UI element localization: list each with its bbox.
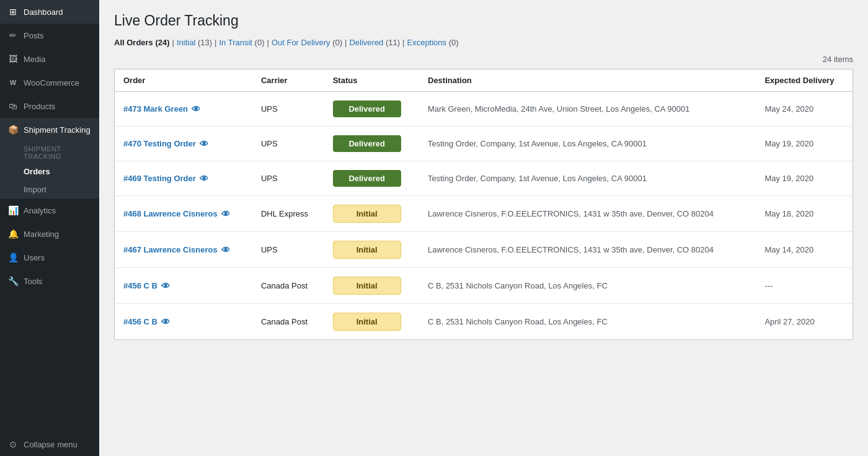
- order-id: #456 C B: [123, 317, 157, 326]
- table-row: #473 Mark Green 👁 UPS Delivered Mark Gre…: [115, 92, 852, 127]
- destination-cell: Testing Order, Company, 1st Avenue, Los …: [419, 161, 756, 196]
- carrier-cell: Canada Post: [252, 304, 324, 340]
- filter-initial-count: (13): [198, 38, 212, 47]
- sep-3: |: [267, 38, 268, 47]
- eye-icon[interactable]: 👁: [221, 209, 230, 219]
- order-id: #456 C B: [123, 281, 157, 290]
- shipment-tracking-icon: 📦: [7, 124, 19, 135]
- status-badge: Delivered: [333, 170, 401, 187]
- filter-in-transit-count: (0): [255, 38, 265, 47]
- destination-cell: Lawrence Cisneros, F.O.EELECTRONICS, 143…: [419, 232, 756, 268]
- filter-initial-link[interactable]: Initial: [177, 38, 195, 47]
- order-link[interactable]: #456 C B 👁: [123, 281, 244, 291]
- page-title: Live Order Tracking: [114, 12, 853, 29]
- sidebar-item-label: Products: [24, 102, 55, 111]
- sep-5: |: [402, 38, 404, 47]
- sidebar-item-users[interactable]: 👤 Users: [0, 246, 99, 269]
- order-cell: #469 Testing Order 👁: [115, 161, 252, 196]
- items-count: 24 items: [114, 55, 853, 64]
- sidebar-item-products[interactable]: 🛍 Products: [0, 94, 99, 118]
- filter-initial[interactable]: Initial (13): [177, 38, 212, 47]
- expected-delivery-cell: May 19, 2020: [756, 161, 852, 196]
- sidebar-item-shipment-tracking[interactable]: 📦 Shipment Tracking: [0, 118, 99, 141]
- order-cell: #456 C B 👁: [115, 268, 252, 304]
- filter-delivered-count: (11): [386, 38, 400, 47]
- order-id: #467 Lawrence Cisneros: [123, 245, 218, 254]
- eye-icon[interactable]: 👁: [200, 174, 208, 184]
- col-carrier: Carrier: [252, 69, 324, 92]
- order-link[interactable]: #456 C B 👁: [123, 317, 244, 327]
- table-row: #456 C B 👁 Canada Post Initial C B, 2531…: [115, 268, 852, 304]
- sidebar-item-media[interactable]: 🖼 Media: [0, 47, 99, 71]
- status-cell: Delivered: [324, 161, 419, 196]
- eye-icon[interactable]: 👁: [200, 139, 208, 149]
- filter-in-transit[interactable]: In Transit (0): [219, 38, 265, 47]
- order-link[interactable]: #470 Testing Order 👁: [123, 139, 244, 149]
- table-row: #468 Lawrence Cisneros 👁 DHL Express Ini…: [115, 196, 852, 232]
- filter-exceptions[interactable]: Exceptions (0): [407, 38, 458, 47]
- status-cell: Delivered: [324, 92, 419, 127]
- shipment-tracking-submenu: Shipment Tracking Orders Import: [0, 141, 99, 199]
- col-destination: Destination: [419, 69, 756, 92]
- sidebar-item-woocommerce[interactable]: W WooCommerce: [0, 71, 99, 94]
- filter-all[interactable]: All Orders (24): [114, 38, 170, 47]
- submenu-item-orders[interactable]: Orders: [0, 163, 99, 181]
- order-link[interactable]: #469 Testing Order 👁: [123, 174, 244, 184]
- filter-delivered[interactable]: Delivered (11): [349, 38, 400, 47]
- filter-out-for-delivery[interactable]: Out For Delivery (0): [272, 38, 342, 47]
- order-id: #473 Mark Green: [123, 104, 188, 114]
- order-id: #470 Testing Order: [123, 139, 196, 148]
- sidebar-item-label: Media: [24, 55, 45, 64]
- posts-icon: ✏: [7, 30, 19, 41]
- expected-delivery-cell: May 24, 2020: [756, 92, 852, 127]
- eye-icon[interactable]: 👁: [161, 317, 170, 327]
- main-content: Live Order Tracking All Orders (24) | In…: [99, 0, 868, 456]
- status-cell: Initial: [324, 232, 419, 268]
- sep-2: |: [215, 38, 216, 47]
- sidebar-item-label: Tools: [24, 277, 42, 286]
- sidebar-item-marketing[interactable]: 🔔 Marketing: [0, 222, 99, 246]
- expected-delivery-cell: May 18, 2020: [756, 196, 852, 232]
- expected-delivery-cell: May 14, 2020: [756, 232, 852, 268]
- eye-icon[interactable]: 👁: [221, 245, 230, 255]
- submenu-item-import[interactable]: Import: [0, 181, 99, 199]
- table-header-row: Order Carrier Status Destination Expecte…: [115, 69, 852, 92]
- eye-icon[interactable]: 👁: [192, 104, 200, 114]
- sidebar-item-label: Dashboard: [24, 7, 63, 17]
- destination-cell: Testing Order, Company, 1st Avenue, Los …: [419, 127, 756, 161]
- filter-all-label: All Orders: [114, 38, 153, 47]
- sidebar-item-posts[interactable]: ✏ Posts: [0, 24, 99, 47]
- status-badge: Initial: [333, 241, 401, 259]
- sidebar-item-label: Analytics: [24, 206, 56, 215]
- table-row: #469 Testing Order 👁 UPS Delivered Testi…: [115, 161, 852, 196]
- sidebar-item-analytics[interactable]: 📊 Analytics: [0, 199, 99, 222]
- filter-in-transit-link[interactable]: In Transit: [219, 38, 252, 47]
- status-cell: Delivered: [324, 127, 419, 161]
- filter-delivered-link[interactable]: Delivered: [349, 38, 383, 47]
- users-icon: 👤: [7, 252, 19, 263]
- order-link[interactable]: #468 Lawrence Cisneros 👁: [123, 209, 244, 219]
- carrier-cell: UPS: [252, 92, 324, 127]
- filter-exceptions-link[interactable]: Exceptions: [407, 38, 446, 47]
- sidebar: ⊞ Dashboard ✏ Posts 🖼 Media W WooCommerc…: [0, 0, 99, 456]
- sidebar-item-dashboard[interactable]: ⊞ Dashboard: [0, 0, 99, 24]
- analytics-icon: 📊: [7, 205, 19, 216]
- table-row: #470 Testing Order 👁 UPS Delivered Testi…: [115, 127, 852, 161]
- sidebar-item-collapse[interactable]: ⊙ Collapse menu: [0, 432, 99, 456]
- eye-icon[interactable]: 👁: [161, 281, 170, 291]
- sidebar-item-label: Marketing: [24, 230, 59, 239]
- products-icon: 🛍: [7, 101, 19, 112]
- order-link[interactable]: #473 Mark Green 👁: [123, 104, 244, 114]
- status-badge: Initial: [333, 313, 401, 331]
- woocommerce-icon: W: [7, 77, 19, 88]
- sep-1: |: [172, 38, 174, 47]
- carrier-cell: Canada Post: [252, 268, 324, 304]
- sep-4: |: [345, 38, 347, 47]
- carrier-cell: DHL Express: [252, 196, 324, 232]
- order-link[interactable]: #467 Lawrence Cisneros 👁: [123, 245, 244, 255]
- sidebar-item-tools[interactable]: 🔧 Tools: [0, 269, 99, 293]
- filter-out-for-delivery-link[interactable]: Out For Delivery: [272, 38, 330, 47]
- destination-cell: C B, 2531 Nichols Canyon Road, Los Angel…: [419, 268, 756, 304]
- order-cell: #468 Lawrence Cisneros 👁: [115, 196, 252, 232]
- status-cell: Initial: [324, 268, 419, 304]
